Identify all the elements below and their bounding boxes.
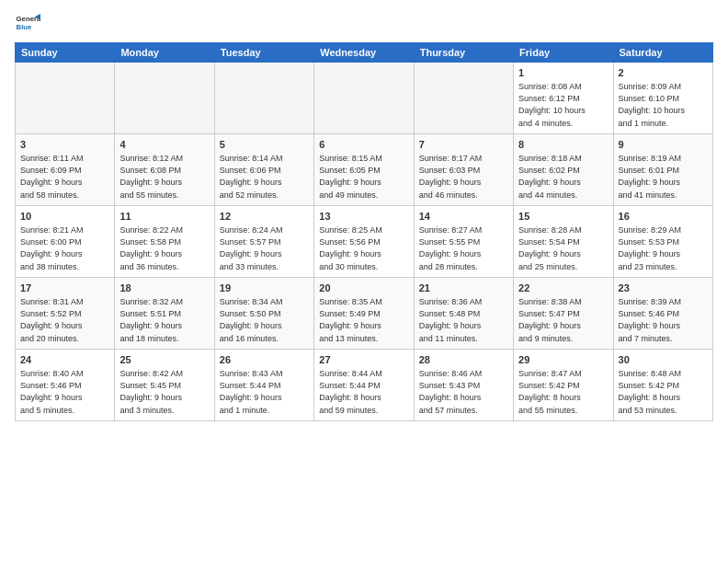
calendar-cell: 24Sunrise: 8:40 AM Sunset: 5:46 PM Dayli… xyxy=(16,350,115,421)
weekday-header-row: SundayMondayTuesdayWednesdayThursdayFrid… xyxy=(16,43,713,63)
weekday-header-saturday: Saturday xyxy=(613,43,712,63)
calendar-cell: 26Sunrise: 8:43 AM Sunset: 5:44 PM Dayli… xyxy=(214,350,313,421)
day-info: Sunrise: 8:40 AM Sunset: 5:46 PM Dayligh… xyxy=(20,368,109,416)
day-number: 24 xyxy=(20,353,109,367)
day-info: Sunrise: 8:21 AM Sunset: 6:00 PM Dayligh… xyxy=(20,224,109,272)
day-number: 16 xyxy=(619,210,708,224)
calendar-cell xyxy=(214,63,313,134)
calendar-cell: 11Sunrise: 8:22 AM Sunset: 5:58 PM Dayli… xyxy=(115,206,214,278)
day-info: Sunrise: 8:12 AM Sunset: 6:08 PM Dayligh… xyxy=(119,153,209,201)
calendar-cell: 28Sunrise: 8:46 AM Sunset: 5:43 PM Dayli… xyxy=(414,350,513,421)
week-row-4: 17Sunrise: 8:31 AM Sunset: 5:52 PM Dayli… xyxy=(16,278,713,350)
calendar-cell: 5Sunrise: 8:14 AM Sunset: 6:06 PM Daylig… xyxy=(214,134,313,206)
day-info: Sunrise: 8:11 AM Sunset: 6:09 PM Dayligh… xyxy=(20,153,109,201)
weekday-header-monday: Monday xyxy=(115,43,214,63)
calendar-cell: 8Sunrise: 8:18 AM Sunset: 6:02 PM Daylig… xyxy=(514,134,613,206)
calendar-cell: 30Sunrise: 8:48 AM Sunset: 5:42 PM Dayli… xyxy=(613,350,712,421)
day-number: 1 xyxy=(518,66,608,80)
day-number: 13 xyxy=(319,210,408,224)
calendar-cell: 17Sunrise: 8:31 AM Sunset: 5:52 PM Dayli… xyxy=(16,278,115,350)
day-number: 7 xyxy=(419,138,508,152)
calendar-cell: 15Sunrise: 8:28 AM Sunset: 5:54 PM Dayli… xyxy=(514,206,613,278)
weekday-header-sunday: Sunday xyxy=(16,43,115,63)
week-row-1: 1Sunrise: 8:08 AM Sunset: 6:12 PM Daylig… xyxy=(16,63,713,134)
day-info: Sunrise: 8:43 AM Sunset: 5:44 PM Dayligh… xyxy=(220,368,309,416)
day-number: 10 xyxy=(20,210,109,224)
day-info: Sunrise: 8:46 AM Sunset: 5:43 PM Dayligh… xyxy=(419,368,508,416)
day-info: Sunrise: 8:47 AM Sunset: 5:42 PM Dayligh… xyxy=(518,368,608,416)
day-info: Sunrise: 8:25 AM Sunset: 5:56 PM Dayligh… xyxy=(319,224,408,272)
day-info: Sunrise: 8:38 AM Sunset: 5:47 PM Dayligh… xyxy=(518,296,608,344)
calendar-cell: 4Sunrise: 8:12 AM Sunset: 6:08 PM Daylig… xyxy=(115,134,214,206)
day-number: 11 xyxy=(119,210,209,224)
calendar-cell: 20Sunrise: 8:35 AM Sunset: 5:49 PM Dayli… xyxy=(314,278,414,350)
day-number: 23 xyxy=(619,282,708,295)
week-row-3: 10Sunrise: 8:21 AM Sunset: 6:00 PM Dayli… xyxy=(16,206,713,278)
weekday-header-thursday: Thursday xyxy=(414,43,513,63)
day-info: Sunrise: 8:15 AM Sunset: 6:05 PM Dayligh… xyxy=(319,153,408,201)
calendar-cell: 16Sunrise: 8:29 AM Sunset: 5:53 PM Dayli… xyxy=(613,206,712,278)
day-number: 14 xyxy=(419,210,508,224)
day-number: 4 xyxy=(119,138,209,152)
day-number: 9 xyxy=(619,138,708,152)
header: General Blue xyxy=(15,11,713,37)
calendar-cell: 27Sunrise: 8:44 AM Sunset: 5:44 PM Dayli… xyxy=(314,350,414,421)
calendar-cell xyxy=(414,63,513,134)
day-info: Sunrise: 8:34 AM Sunset: 5:50 PM Dayligh… xyxy=(220,296,309,344)
calendar-cell: 25Sunrise: 8:42 AM Sunset: 5:45 PM Dayli… xyxy=(115,350,214,421)
calendar-cell: 12Sunrise: 8:24 AM Sunset: 5:57 PM Dayli… xyxy=(214,206,313,278)
calendar-cell: 18Sunrise: 8:32 AM Sunset: 5:51 PM Dayli… xyxy=(115,278,214,350)
calendar-cell: 7Sunrise: 8:17 AM Sunset: 6:03 PM Daylig… xyxy=(414,134,513,206)
day-number: 28 xyxy=(419,353,508,367)
day-number: 3 xyxy=(20,138,109,152)
page-container: General Blue SundayMondayTuesdayWednesda… xyxy=(0,0,728,429)
day-number: 25 xyxy=(119,353,209,367)
day-number: 12 xyxy=(220,210,309,224)
day-info: Sunrise: 8:14 AM Sunset: 6:06 PM Dayligh… xyxy=(220,153,309,201)
day-info: Sunrise: 8:29 AM Sunset: 5:53 PM Dayligh… xyxy=(619,224,708,272)
day-info: Sunrise: 8:18 AM Sunset: 6:02 PM Dayligh… xyxy=(518,153,608,201)
calendar-cell: 10Sunrise: 8:21 AM Sunset: 6:00 PM Dayli… xyxy=(16,206,115,278)
day-number: 5 xyxy=(220,138,309,152)
day-number: 15 xyxy=(518,210,608,224)
calendar-cell: 13Sunrise: 8:25 AM Sunset: 5:56 PM Dayli… xyxy=(314,206,414,278)
calendar-cell: 2Sunrise: 8:09 AM Sunset: 6:10 PM Daylig… xyxy=(613,63,712,134)
day-info: Sunrise: 8:09 AM Sunset: 6:10 PM Dayligh… xyxy=(619,81,708,129)
day-number: 2 xyxy=(619,66,708,80)
calendar-cell: 19Sunrise: 8:34 AM Sunset: 5:50 PM Dayli… xyxy=(214,278,313,350)
calendar-cell: 1Sunrise: 8:08 AM Sunset: 6:12 PM Daylig… xyxy=(514,63,613,134)
weekday-header-wednesday: Wednesday xyxy=(314,43,414,63)
day-info: Sunrise: 8:28 AM Sunset: 5:54 PM Dayligh… xyxy=(518,224,608,272)
day-number: 26 xyxy=(220,353,309,367)
day-info: Sunrise: 8:17 AM Sunset: 6:03 PM Dayligh… xyxy=(419,153,508,201)
week-row-5: 24Sunrise: 8:40 AM Sunset: 5:46 PM Dayli… xyxy=(16,350,713,421)
calendar-cell: 9Sunrise: 8:19 AM Sunset: 6:01 PM Daylig… xyxy=(613,134,712,206)
calendar-cell: 22Sunrise: 8:38 AM Sunset: 5:47 PM Dayli… xyxy=(514,278,613,350)
day-info: Sunrise: 8:36 AM Sunset: 5:48 PM Dayligh… xyxy=(419,296,508,344)
day-info: Sunrise: 8:22 AM Sunset: 5:58 PM Dayligh… xyxy=(119,224,209,272)
day-number: 18 xyxy=(119,282,209,295)
calendar-cell: 14Sunrise: 8:27 AM Sunset: 5:55 PM Dayli… xyxy=(414,206,513,278)
weekday-header-friday: Friday xyxy=(514,43,613,63)
day-info: Sunrise: 8:24 AM Sunset: 5:57 PM Dayligh… xyxy=(220,224,309,272)
day-info: Sunrise: 8:08 AM Sunset: 6:12 PM Dayligh… xyxy=(518,81,608,129)
calendar-cell xyxy=(16,63,115,134)
week-row-2: 3Sunrise: 8:11 AM Sunset: 6:09 PM Daylig… xyxy=(16,134,713,206)
day-number: 29 xyxy=(518,353,608,367)
day-number: 8 xyxy=(518,138,608,152)
day-info: Sunrise: 8:42 AM Sunset: 5:45 PM Dayligh… xyxy=(119,368,209,416)
day-number: 21 xyxy=(419,282,508,295)
calendar-cell xyxy=(314,63,414,134)
day-info: Sunrise: 8:44 AM Sunset: 5:44 PM Dayligh… xyxy=(319,368,408,416)
day-info: Sunrise: 8:35 AM Sunset: 5:49 PM Dayligh… xyxy=(319,296,408,344)
svg-text:Blue: Blue xyxy=(17,23,33,31)
day-number: 22 xyxy=(518,282,608,295)
calendar-cell: 23Sunrise: 8:39 AM Sunset: 5:46 PM Dayli… xyxy=(613,278,712,350)
day-info: Sunrise: 8:32 AM Sunset: 5:51 PM Dayligh… xyxy=(119,296,209,344)
logo: General Blue xyxy=(15,11,44,37)
day-number: 17 xyxy=(20,282,109,295)
calendar-cell: 6Sunrise: 8:15 AM Sunset: 6:05 PM Daylig… xyxy=(314,134,414,206)
day-number: 30 xyxy=(619,353,708,367)
calendar-cell: 29Sunrise: 8:47 AM Sunset: 5:42 PM Dayli… xyxy=(514,350,613,421)
logo-icon: General Blue xyxy=(15,11,40,37)
